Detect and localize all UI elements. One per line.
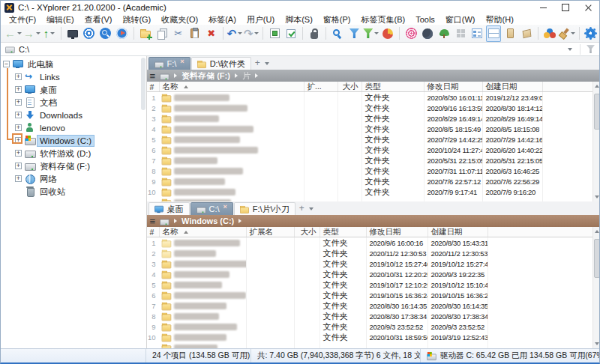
- file-row[interactable]: 3文件夹2020/8/29 16:49:142020/8/29 16:49:14: [147, 113, 600, 124]
- tree-expander[interactable]: +: [15, 99, 22, 106]
- file-row[interactable]: 4文件夹2020/10/31 12:20:252020/9/3 19:22:35: [147, 269, 600, 279]
- tab-active[interactable]: F:\×: [148, 57, 190, 70]
- mini-filter-icon[interactable]: [586, 45, 595, 53]
- file-row[interactable]: 1文件夹2020/8/30 16:01:112019/12/12 23:49:0…: [147, 92, 600, 103]
- folder-tree-button[interactable]: [436, 25, 452, 42]
- scroll-up-icon[interactable]: [593, 227, 600, 236]
- column-header[interactable]: 名称: [160, 82, 304, 91]
- new-tab-button[interactable]: +: [296, 203, 308, 213]
- tree-item[interactable]: 回收站: [1, 185, 146, 198]
- tree-expander[interactable]: −: [3, 61, 10, 67]
- dropdown-caret-icon[interactable]: [571, 32, 575, 34]
- tree-item[interactable]: +lenovo: [1, 121, 146, 134]
- column-header[interactable]: #: [147, 227, 160, 237]
- menu-item[interactable]: Tools: [410, 14, 440, 25]
- up-button[interactable]: ↑: [42, 25, 57, 42]
- menu-item[interactable]: 窗口(W): [440, 14, 481, 25]
- scroll-down-icon[interactable]: [593, 339, 600, 348]
- tree-item[interactable]: +文档: [1, 96, 146, 109]
- crumb-segment[interactable]: 片: [242, 70, 250, 82]
- column-header[interactable]: 扩展名: [247, 227, 295, 237]
- preview-panel-button[interactable]: [502, 25, 518, 42]
- file-row[interactable]: 4文件夹2020/8/5 18:15:492020/8/5 18:15:08: [147, 124, 600, 134]
- color-filter-button[interactable]: [542, 25, 557, 42]
- delete-button[interactable]: ✖: [204, 25, 219, 42]
- file-row[interactable]: 2文件夹2020/9/16 16:13:592020/8/30 18:14:12: [147, 103, 600, 113]
- column-header[interactable]: 类型: [320, 227, 367, 237]
- column-header[interactable]: 修改日期: [367, 227, 428, 237]
- pane-scrollbar[interactable]: [592, 82, 600, 201]
- column-header[interactable]: 创建日期: [428, 227, 488, 237]
- tab-item[interactable]: F:\片\小刀: [234, 202, 296, 215]
- crumb-menu-icon[interactable]: [150, 216, 156, 227]
- copy-button[interactable]: [154, 25, 170, 42]
- dropdown-caret-icon[interactable]: [36, 32, 40, 34]
- dual-pane-button[interactable]: [486, 25, 501, 42]
- tree-expander[interactable]: +: [15, 163, 22, 169]
- column-header[interactable]: 大小: [338, 82, 362, 91]
- file-row[interactable]: [147, 342, 600, 348]
- file-row[interactable]: 9文件夹2020/7/6 22:57:122020/7/6 22:56:29: [147, 176, 600, 186]
- tab-list-dropdown-icon[interactable]: [265, 62, 269, 65]
- details-view-button[interactable]: [470, 25, 484, 42]
- tab-active[interactable]: C:\×: [190, 202, 233, 215]
- menu-item[interactable]: 用户(U): [242, 14, 280, 25]
- file-row[interactable]: 9文件夹2020/9/3 23:52:522020/9/3 23:52:52: [147, 321, 600, 332]
- undo-button[interactable]: ↶: [227, 25, 242, 42]
- crumb-segment[interactable]: 资料存储 (F:): [182, 70, 230, 82]
- settings-button[interactable]: [584, 25, 598, 42]
- menu-item[interactable]: 收藏夹(O): [156, 14, 203, 25]
- column-header[interactable]: 名称: [160, 227, 247, 237]
- menu-item[interactable]: 窗格(P): [318, 14, 356, 25]
- menu-item[interactable]: 帮助(H): [481, 14, 519, 25]
- tree-item[interactable]: +Links: [1, 70, 146, 83]
- target-button[interactable]: [82, 25, 97, 42]
- menu-item[interactable]: 文件(F): [4, 14, 41, 25]
- file-row[interactable]: 1文件夹2020/9/6 16:00:162020/8/30 15:43:31: [147, 237, 600, 248]
- menu-item[interactable]: 标签页集(B): [356, 14, 410, 25]
- find-files-button[interactable]: [330, 25, 345, 42]
- menu-item[interactable]: 编辑(E): [41, 14, 80, 25]
- file-row[interactable]: 10文件夹2020/10/31 18:59:502019/3/19 12:52:…: [147, 332, 600, 342]
- address-input[interactable]: C:\: [19, 45, 568, 54]
- file-row[interactable]: 3文件夹2019/10/12 15:27:402019/10/12 15:27:…: [147, 258, 600, 269]
- tree-item[interactable]: +Windows (C:): [1, 134, 146, 147]
- menu-item[interactable]: 跳转(G): [117, 14, 156, 25]
- scroll-up-icon[interactable]: [593, 82, 600, 91]
- forward-button[interactable]: →: [23, 25, 40, 42]
- file-row[interactable]: 8文件夹2020/8/30 17:38:342020/8/30 17:38:34: [147, 311, 600, 321]
- tree-expander[interactable]: +: [15, 124, 22, 131]
- crumb-menu-icon[interactable]: [150, 70, 156, 82]
- column-header[interactable]: 修改日期: [424, 82, 483, 91]
- file-row[interactable]: 8文件夹2020/7/31 11:07:112020/6/3 16:46:25: [147, 166, 600, 176]
- tree-expander[interactable]: +: [15, 175, 22, 182]
- tree-item[interactable]: +桌面: [1, 83, 146, 96]
- file-row[interactable]: 6文件夹2019/10/15 16:36:242019/10/15 16:36:…: [147, 290, 600, 300]
- tree-item[interactable]: +软件游戏 (D:): [1, 147, 146, 160]
- back-button[interactable]: ←: [4, 25, 22, 42]
- pane-scrollbar[interactable]: [592, 227, 600, 348]
- spiral-button[interactable]: [404, 25, 418, 42]
- close-button[interactable]: [577, 1, 599, 14]
- tab-item[interactable]: D:\软件类: [191, 57, 251, 70]
- tree-item[interactable]: +网络: [1, 172, 146, 185]
- file-row[interactable]: 10文件夹2020/7/9 9:17:412020/7/9 9:16:20: [147, 186, 600, 197]
- minimize-button[interactable]: [532, 1, 554, 14]
- tab-close-icon[interactable]: ×: [224, 203, 227, 210]
- address-dropdown-icon[interactable]: [568, 48, 572, 51]
- dropdown-caret-icon[interactable]: [254, 32, 259, 34]
- crumb-segment[interactable]: Windows (C:): [182, 216, 234, 225]
- tree-scrollbar-thumb[interactable]: [141, 58, 146, 110]
- column-header[interactable]: 创建日期: [483, 82, 543, 91]
- checkboxes-button[interactable]: [284, 25, 298, 42]
- new-folder-button[interactable]: [138, 25, 153, 42]
- menu-item[interactable]: 脚本(S): [280, 14, 318, 25]
- tag-button[interactable]: [519, 25, 534, 42]
- column-header[interactable]: 类型: [362, 82, 424, 91]
- tree-item[interactable]: +Downloads: [1, 109, 146, 121]
- weight-button[interactable]: [307, 25, 322, 42]
- new-tab-button[interactable]: +: [252, 58, 263, 68]
- tree-toggle-button[interactable]: [267, 25, 282, 42]
- visual-filter-button[interactable]: [363, 25, 379, 42]
- file-row[interactable]: 2文件夹2020/11/2 12:30:532020/11/2 12:30:53: [147, 248, 600, 258]
